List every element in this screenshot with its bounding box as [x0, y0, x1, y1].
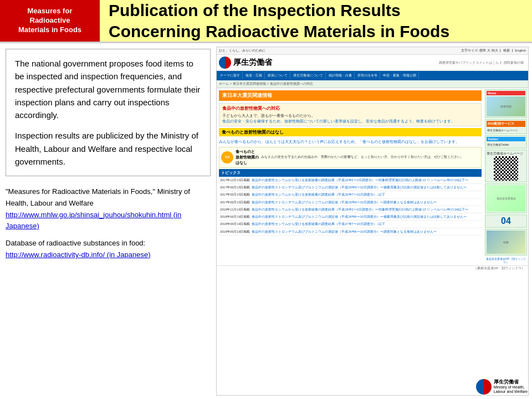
- sidebar-widget-date: 04: [485, 214, 527, 228]
- topic-item-0[interactable]: 2017年12月15日掲載 食品中の放射性セシウムから受ける放射線量の調査結果（…: [219, 177, 482, 184]
- ref1-url[interactable]: http://www.mhlw.go.jp/shinsai_jouhou/sho…: [6, 211, 181, 231]
- badge-text: Measures for Radioactive Materials in Fo…: [18, 7, 81, 35]
- sidebar-photo: 画像: [487, 231, 525, 254]
- sidebar-widget-banner: 食品安全委員会: [485, 183, 527, 213]
- br-logo-circle: [476, 379, 492, 395]
- page-heading: 東日本大震災関連情報: [219, 90, 482, 101]
- site-topbar: ひと、くらし、みらいのために 文字サイズ: 標準 大 特大 ▏ 検索 ▏ Eng…: [217, 47, 528, 55]
- topics-header: トピックス: [219, 169, 482, 177]
- mhlw-logo-circle: [219, 57, 231, 69]
- right-panel: ひと、くらし、みらいのために 文字サイズ: 標準 大 特大 ▏ 検索 ▏ Eng…: [216, 43, 532, 399]
- screenshot-inner: 東日本大震災関連情報 食品中の放射性物質への対応 子どもから大人まで、誰もが一番…: [217, 88, 528, 265]
- sidebar-widget-qr: 厚生労働省ホームページ: [485, 150, 527, 182]
- header-title: Publication of the Inspection Results Co…: [100, 0, 532, 42]
- menu-item-1[interactable]: 報道・広報: [243, 72, 265, 79]
- feature-heading: 食べものと放射性物質のはなし: [219, 128, 482, 136]
- topic-item-5[interactable]: 2016年06月19日掲載 食品中の放射性ストロンチウム及びプルトニウムの測定値…: [219, 213, 482, 221]
- content-intro: 子どもから大人まで、誰もが一番食べるものだから。: [222, 113, 478, 119]
- sidebar-widget-photo: 画像: [485, 229, 527, 255]
- topic-item-4[interactable]: 2016年11月16日掲載 食品中の放射性セシウムから受ける放射線量の調査結果（…: [219, 206, 482, 213]
- sidebar-food-link[interactable]: 食品安全委員会HP（別ウィンドウ）: [485, 257, 527, 264]
- topic-item-3[interactable]: 2017年06月15日掲載 食品中の放射性ストロンチウム及びプルトニウムの測定値…: [219, 199, 482, 206]
- topic-item-1[interactable]: 2017年06月15日掲載 食品中の放射性ストロンチウム及びプルトニウムの測定値…: [219, 184, 482, 191]
- description-box: The national government proposes food it…: [6, 49, 211, 176]
- menu-item-5[interactable]: 所管の法令等: [355, 72, 380, 79]
- description-paragraph-2: Inspection results are publicized by the…: [15, 129, 201, 168]
- sidebar-widget-news-title: News: [487, 91, 525, 95]
- logo-tagline: 調査研究集やパブリックコメントはこら ▏ 国民参加の場: [274, 60, 526, 65]
- sidebar-widget-rss: RSS配信サービス 厚生労働省ホームページ: [485, 119, 527, 134]
- menu-item-4[interactable]: 統計情報・白書: [326, 72, 355, 79]
- menu-item-0[interactable]: テーマに探す: [218, 72, 243, 79]
- screenshot-footer: （農林水産省HP・別ウィンドウ）: [217, 265, 528, 271]
- references: "Measures for Radioactive Materials in F…: [6, 184, 211, 267]
- header-badge: Measures for Radioactive Materials in Fo…: [0, 0, 100, 42]
- site-logo-row: 厚生労働省 調査研究集やパブリックコメントはこら ▏ 国民参加の場: [217, 55, 528, 71]
- topic-item-6[interactable]: 2016年06月19日掲載 食品中の放射性セシウムから受ける放射線量の調査結果（…: [219, 221, 482, 228]
- main-content: The national government proposes food it…: [0, 43, 532, 399]
- left-panel: The national government proposes food it…: [0, 43, 216, 399]
- menu-item-3[interactable]: 厚生労働省について: [291, 72, 326, 79]
- topic-item-2[interactable]: 2017年06月15日掲載 食品中の放射性セシウムから受ける放射線量の調査結果（…: [219, 191, 482, 198]
- section-box: 食品中の放射性物質への対応 子どもから大人まで、誰もが一番食べるものだから。 食…: [219, 103, 482, 126]
- feature-content: みんなが食べるものから、ほんとうは大丈夫なの？という声にお応えするため、「食べも…: [217, 138, 484, 146]
- sidebar-widget-news: News 新着情報: [485, 89, 527, 118]
- sidebar-qr-text: 厚生労働省ホームページ: [487, 151, 525, 156]
- feature-subtitle-text: みなさんの安全を守るための仕組みや、実際のかたへの影響など、もっと知りたい方、分…: [261, 155, 479, 159]
- menu-item-2[interactable]: 政策について: [265, 72, 290, 79]
- br-logo-text: 厚生労働省 Ministry of Health, Labour and Wel…: [494, 379, 528, 395]
- breadcrumb: ホーム > 東日本大震災関連情報 > 食品中の放射性物質への対応: [217, 80, 528, 88]
- screenshot-main-area: 東日本大震災関連情報 食品中の放射性物質への対応 子どもから大人まで、誰もが一番…: [217, 88, 484, 265]
- content-body: 食品の安全・安心を確保するため、放射性物質についての新しい基準値を設定し、安全な…: [222, 119, 478, 124]
- bottom-right-logo: 厚生労働省 Ministry of Health, Labour and Wel…: [476, 379, 528, 395]
- ref1-title: "Measures for Radioactive Materials in F…: [6, 187, 190, 207]
- sidebar-widget-rss-title: RSS配信サービス: [487, 121, 525, 127]
- sidebar-twitter-text: 厚生労働省Twitter: [487, 142, 525, 147]
- qr-code: [494, 156, 518, 181]
- feature-subtitle: 食べものと 放射性物質の はなし: [236, 149, 259, 166]
- description-paragraph-1: The national government proposes food it…: [15, 57, 201, 121]
- ref2-title: Database of radioactive substances in fo…: [6, 239, 145, 247]
- sidebar-twitter-title: Twitter: [487, 137, 525, 141]
- mhlw-logo-text: 厚生労働省: [233, 58, 272, 68]
- topics-section: トピックス 2017年12月15日掲載 食品中の放射性セシウムから受ける放射線量…: [219, 169, 482, 236]
- header: Measures for Radioactive Materials in Fo…: [0, 0, 532, 43]
- screenshot-sidebar: News 新着情報 RSS配信サービス 厚生労働省ホームページ Twitter …: [484, 88, 528, 265]
- screenshot-container: ひと、くらし、みらいのために 文字サイズ: 標準 大 特大 ▏ 検索 ▏ Eng…: [216, 47, 529, 396]
- feature-body-text: みんなが食べるものから、ほんとうは大丈夫なの？という声にお応えするため、「食べも…: [219, 139, 482, 145]
- feature-icon: 🍽: [221, 151, 233, 163]
- section-title: 食品中の放射性物質への対応: [222, 105, 478, 112]
- menu-item-6[interactable]: 申請・募集・情報公開: [381, 72, 419, 79]
- topic-item-7[interactable]: 2016年06月19日掲載 食品中の放射性ストロンチウム及びプルトニウムの測定値…: [219, 228, 482, 236]
- sidebar-rss-text: 厚生労働省ホームページ: [487, 128, 525, 132]
- feature-banner: 🍽 食べものと 放射性物質の はなし みなさんの安全を守るための仕組みや、実際の…: [219, 147, 482, 168]
- sidebar-banner-image: 食品安全委員会: [487, 185, 525, 212]
- sidebar-date-display: 04: [487, 216, 525, 226]
- sidebar-news-image: 新着情報: [487, 96, 525, 116]
- ref2-url[interactable]: http://www.radioactivity-db.info/ (in Ja…: [6, 250, 151, 259]
- sidebar-widget-twitter: Twitter 厚生労働省Twitter: [485, 135, 527, 149]
- site-menu: テーマに探す 報道・広報 政策について 厚生労働省について 統計情報・白書 所管…: [217, 71, 528, 80]
